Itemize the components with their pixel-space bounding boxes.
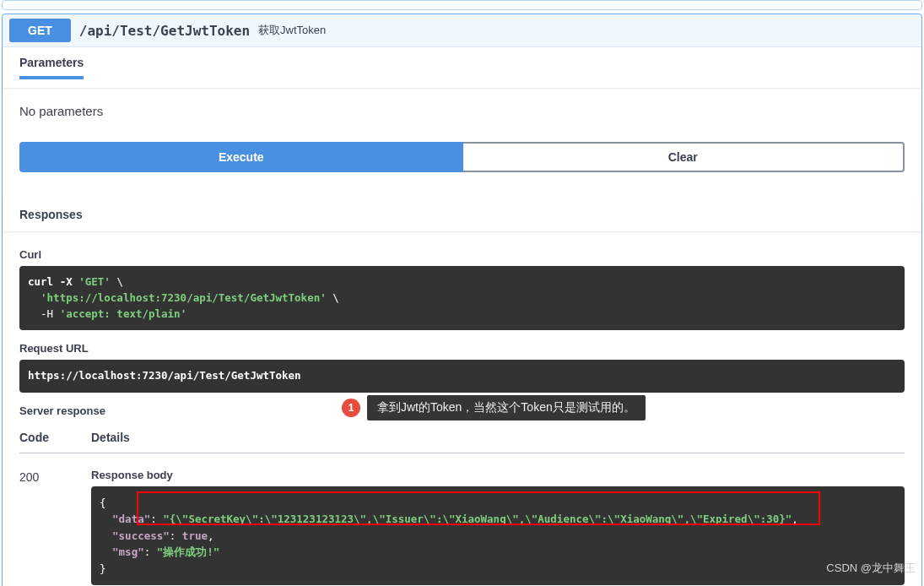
response-row: 200 Response body { "data": "{\"SecretKe…	[19, 469, 905, 586]
curl-label: Curl	[19, 248, 905, 261]
endpoint-summary: 获取JwtToken	[258, 23, 326, 38]
request-url-value[interactable]: https://localhost:7230/api/Test/GetJwtTo…	[19, 360, 905, 393]
curl-code[interactable]: curl -X 'GET' \ 'https://localhost:7230/…	[19, 266, 905, 330]
execute-button[interactable]: Execute	[19, 142, 463, 172]
response-table-header: Code Details	[19, 422, 905, 453]
operation-body: Parameters No parameters Execute Clear R…	[3, 46, 921, 586]
response-details: Response body { "data": "{\"SecretKey\":…	[91, 469, 905, 586]
top-collapsed-block[interactable]	[2, 0, 922, 10]
button-row: Execute Clear	[3, 142, 921, 198]
operation-block: GET /api/Test/GetJwtToken 获取JwtToken Par…	[2, 14, 922, 586]
method-badge: GET	[9, 19, 71, 42]
tab-parameters[interactable]: Parameters	[19, 56, 84, 79]
operation-summary[interactable]: GET /api/Test/GetJwtToken 获取JwtToken	[3, 14, 921, 46]
no-parameters-text: No parameters	[3, 89, 921, 142]
response-code: 200	[19, 469, 91, 586]
request-url-label: Request URL	[19, 342, 905, 355]
response-body-label: Response body	[91, 469, 905, 481]
clear-button[interactable]: Clear	[463, 142, 905, 172]
parameters-header: Parameters	[3, 47, 921, 88]
watermark: CSDN @龙中舞王	[826, 561, 916, 576]
responses-header: Responses	[3, 198, 921, 231]
annotation-text: 拿到Jwt的Token，当然这个Token只是测试用的。	[367, 395, 646, 421]
annotation: 1 拿到Jwt的Token，当然这个Token只是测试用的。	[342, 395, 646, 421]
col-details: Details	[91, 431, 905, 444]
annotation-number: 1	[342, 399, 360, 417]
response-body-json[interactable]: { "data": "{\"SecretKey\":\"123123123123…	[91, 486, 905, 585]
col-code: Code	[19, 431, 91, 444]
endpoint-path: /api/Test/GetJwtToken	[79, 23, 250, 39]
